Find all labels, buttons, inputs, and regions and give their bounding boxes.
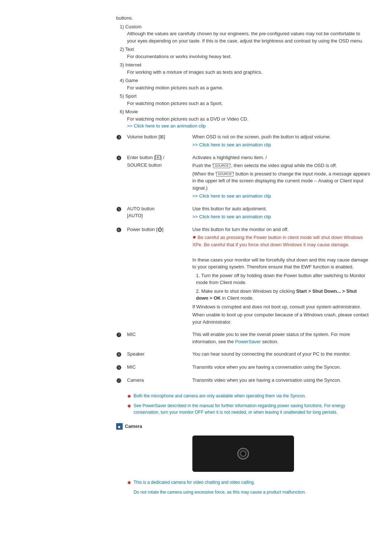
list-item: 5) Sport For watching motion pictures su…: [120, 93, 370, 107]
item-5-label: 5) Sport: [120, 93, 136, 99]
camera-note-text-1: This is a dedicated camera for video cha…: [134, 479, 255, 486]
camera-image: [192, 436, 294, 472]
main-content: buttons. 1) Custom Although the values a…: [22, 15, 370, 497]
row-number-3: ❸: [116, 133, 127, 142]
camera-lens-inner: [240, 451, 246, 457]
note-star-2: ✸: [127, 402, 131, 410]
note-item-1: ✸ Both the microphone and camera are onl…: [127, 393, 370, 400]
circle-10: ❿: [116, 378, 121, 384]
item-3-desc: For working with a mixture of images suc…: [127, 69, 370, 76]
camera-desc: Transmits video when you are having a co…: [192, 377, 370, 384]
power-step2: 2. Make sure to shut down Windows by cli…: [196, 288, 370, 302]
auto-link[interactable]: >> Click here to see an animation clip: [192, 213, 370, 220]
animation-link-enter[interactable]: >> Click here to see an animation clip: [192, 193, 271, 199]
content-power-indicator: This will enable you to see the overall …: [192, 331, 370, 346]
power-step1: 1. Turn the power off by holding down th…: [196, 272, 370, 286]
circle-8: ❽: [116, 352, 121, 358]
notes-section: ✸ Both the microphone and camera are onl…: [127, 393, 370, 416]
powersaver-link[interactable]: PowerSaver: [235, 339, 261, 344]
camera-note-2: ✸ Do not rotate the camera using excessi…: [127, 489, 370, 497]
mic-desc: Transmits voice when you are having a co…: [192, 364, 370, 371]
row-number-6: ❻: [116, 226, 127, 235]
row-number-8: ❽: [116, 351, 127, 359]
row-power-indicator: ❼ MIC This will enable you to see the ov…: [116, 331, 370, 346]
power-warning: ✸ Be careful as pressing the Power butto…: [192, 234, 370, 248]
row-number-9: ❾: [116, 364, 127, 372]
animation-link-volume[interactable]: >> Click here to see an animation clip: [192, 142, 271, 147]
row-mic: ❾ MIC Transmits voice when you are havin…: [116, 364, 370, 372]
content-speaker: You can hear sound by connecting the sou…: [192, 351, 370, 359]
label-volume: Volume button [⊞]: [127, 133, 192, 141]
row-power-button: ❻ Power button [⏻] Use this button for t…: [116, 226, 370, 327]
list-item: 1) Custom Although the values are carefu…: [120, 23, 370, 45]
note-item-2: ✸ See PowerSaver described in the manual…: [127, 402, 370, 416]
circle-7: ❼: [116, 332, 121, 338]
row-speaker: ❽ Speaker You can hear sound by connecti…: [116, 351, 370, 359]
circle-3: ❸: [116, 134, 121, 141]
content-mic: Transmits voice when you are having a co…: [192, 364, 370, 372]
volume-desc: When OSD is not on the screen, push the …: [192, 133, 370, 141]
item-6-link[interactable]: >> Click here to see an animation clip: [127, 122, 370, 130]
list-item: 2) Text For documentations or works invo…: [120, 46, 370, 60]
row-auto: ❺ AUTO button[AUTO] Use this button for …: [116, 205, 370, 222]
label-volume-text: Volume button [⊞]: [127, 134, 165, 139]
circle-9: ❾: [116, 365, 121, 371]
label-power-indicator-text: MIC: [127, 332, 136, 337]
power-desc1: Use this button for turn the monitor on …: [192, 226, 370, 233]
source-icon: SOURCE: [213, 163, 230, 168]
row-number-5: ❺: [116, 205, 127, 214]
powersaver-link2[interactable]: PowerSaver: [143, 403, 166, 408]
camera-notes: ✸ This is a dedicated camera for video c…: [127, 479, 370, 497]
label-power-indicator: MIC: [127, 331, 192, 338]
row-camera: ❿ Camera Transmits video when you are ha…: [116, 377, 370, 385]
row-number-4: ❹: [116, 154, 127, 163]
label-power-text: Power button [⏻]: [127, 227, 163, 232]
numbered-list: 1) Custom Although the values are carefu…: [120, 23, 370, 130]
content-power-button: Use this button for turn the monitor on …: [192, 226, 370, 327]
circle-4: ❹: [116, 155, 121, 161]
buttons-text: buttons.: [116, 15, 370, 22]
animation-link-intro[interactable]: >> Click here to see an animation clip: [127, 123, 206, 129]
label-enter-text: Enter button [⊕] /: [127, 155, 164, 160]
content-enter-source: Activates a highlighted menu item. / Pus…: [192, 154, 370, 201]
label-camera-text: Camera: [127, 377, 144, 383]
label-speaker-text: Speaker: [127, 351, 144, 357]
item-5-desc: For watching motion pictures such as a S…: [127, 100, 370, 107]
content-auto: Use this button for auto adjustment. >> …: [192, 205, 370, 222]
source-icon2: SOURCE: [216, 172, 233, 177]
item-4-label: 4) Game: [120, 78, 138, 83]
camera-note-1: ✸ This is a dedicated camera for video c…: [127, 479, 370, 487]
list-item: 4) Game For watching motion pictures suc…: [120, 77, 370, 91]
note-star-1: ✸: [127, 393, 131, 400]
label-mic: MIC: [127, 364, 192, 371]
volume-link[interactable]: >> Click here to see an animation clip: [192, 141, 370, 149]
enter-link[interactable]: >> Click here to see an animation clip: [192, 193, 370, 200]
camera-note-star-1: ✸: [127, 479, 131, 487]
circle-6: ❻: [116, 227, 121, 233]
enter-desc3: (When the 'SOURCE' button is pressed to …: [192, 170, 370, 192]
row-volume: ❸ Volume button [⊞] When OSD is not on t…: [116, 133, 370, 150]
item-2-label: 2) Text: [120, 46, 134, 52]
camera-note-text-2: Do not rotate the camera using excessive…: [134, 489, 306, 495]
enter-desc2: Push the 'SOURCE', then selects the vide…: [192, 162, 370, 169]
camera-lens: [237, 448, 249, 459]
power-indicator-desc: This will enable you to see the overall …: [192, 331, 370, 345]
power-sublist: 1. Turn the power off by holding down th…: [196, 272, 370, 302]
item-1-desc: Although the values are carefully chosen…: [127, 30, 370, 44]
label-speaker: Speaker: [127, 351, 192, 358]
row-enter-source: ❹ Enter button [⊕] / SOURCE button Activ…: [116, 154, 370, 201]
label-power-button: Power button [⏻]: [127, 226, 192, 233]
camera-title-icon: ■: [116, 423, 123, 430]
label-source-text: SOURCE button: [127, 162, 189, 169]
animation-link-auto[interactable]: >> Click here to see an animation clip: [192, 214, 271, 219]
item-3-label: 3) Internet: [120, 62, 141, 68]
speaker-desc: You can hear sound by connecting the sou…: [192, 351, 370, 358]
list-item: 6) Movie For watching motion pictures su…: [120, 108, 370, 130]
label-auto-text: AUTO button[AUTO]: [127, 206, 155, 219]
table-section: ❸ Volume button [⊞] When OSD is not on t…: [116, 133, 370, 386]
auto-desc: Use this button for auto adjustment.: [192, 205, 370, 212]
row-number-7: ❼: [116, 331, 127, 340]
item-6-label: 6) Movie: [120, 109, 138, 114]
label-auto: AUTO button[AUTO]: [127, 205, 192, 219]
power-desc2: In these cases your monitor will be forc…: [192, 256, 370, 271]
